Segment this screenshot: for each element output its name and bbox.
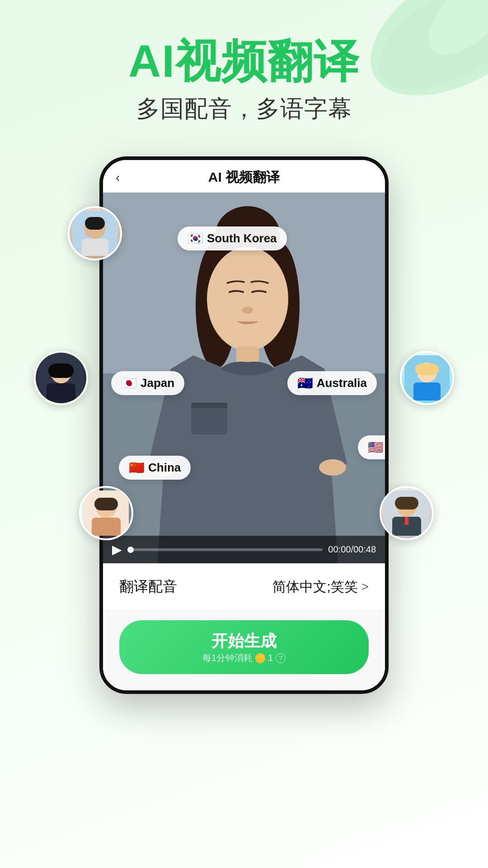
avatar-america: [380, 486, 434, 540]
chevron-icon: >: [361, 580, 369, 594]
coin-number: 1: [268, 653, 273, 663]
bottom-panel: 翻译配音 简体中文;笑笑 >: [103, 563, 385, 609]
label-south-korea: 🇰🇷 South Korea: [178, 226, 287, 250]
svg-rect-9: [47, 383, 75, 401]
phone-topbar: ‹ AI 视频翻译: [103, 160, 385, 193]
progress-bar[interactable]: [127, 548, 323, 551]
svg-point-37: [319, 459, 346, 476]
america-flag: 🇺🇸: [368, 440, 384, 455]
video-controls: ▶ 00:00/00:48: [103, 536, 385, 563]
translation-value-text: 简体中文;笑笑: [272, 578, 357, 596]
translation-row[interactable]: 翻译配音 简体中文;笑笑 >: [119, 577, 369, 597]
translation-value[interactable]: 简体中文;笑笑 >: [272, 578, 369, 596]
start-button-subtitle: 每1分钟消耗 🪙 1 ?: [119, 652, 369, 664]
phone-screen-title: AI 视频翻译: [208, 168, 280, 187]
svg-point-32: [242, 307, 253, 314]
japan-text: Japan: [141, 376, 174, 390]
australia-text: Australia: [317, 376, 367, 390]
label-japan: 🇯🇵 Japan: [111, 371, 184, 395]
avatar-japan: [34, 351, 88, 405]
video-area: 🇰🇷 South Korea 🇯🇵 Japan 🇦🇺 Australia 🇨🇳 …: [103, 193, 385, 563]
start-button-area: 开始生成 每1分钟消耗 🪙 1 ?: [103, 609, 385, 690]
start-button-text: 开始生成: [119, 633, 369, 649]
phone-shell: ‹ AI 视频翻译: [99, 156, 389, 694]
svg-rect-13: [92, 518, 121, 536]
australia-flag: 🇦🇺: [297, 376, 313, 391]
svg-rect-34: [191, 405, 227, 434]
avatar-china: [79, 486, 133, 540]
start-generate-button[interactable]: 开始生成 每1分钟消耗 🪙 1 ?: [119, 620, 369, 674]
bg-leaf-decoration: [325, 0, 488, 163]
label-australia: 🇦🇺 Australia: [287, 371, 377, 395]
phone-wrapper: ‹ AI 视频翻译: [68, 156, 420, 694]
svg-rect-14: [94, 498, 118, 510]
japan-flag: 🇯🇵: [121, 376, 137, 391]
progress-dot: [127, 547, 134, 553]
china-flag: 🇨🇳: [129, 460, 145, 475]
avatar-south-korea: [68, 206, 122, 260]
cost-label: 每1分钟消耗: [202, 652, 253, 664]
svg-rect-5: [81, 239, 108, 256]
translation-label: 翻译配音: [119, 577, 177, 597]
svg-rect-17: [413, 382, 441, 401]
info-icon[interactable]: ?: [276, 653, 286, 663]
south-korea-flag: 🇰🇷: [188, 231, 203, 246]
back-button[interactable]: ‹: [116, 170, 120, 185]
phone-inner: ‹ AI 视频翻译: [103, 160, 385, 690]
svg-rect-35: [191, 403, 227, 408]
avatar-australia: [400, 351, 454, 405]
svg-rect-22: [395, 497, 418, 509]
label-america: 🇺🇸 America: [358, 435, 385, 459]
china-text: China: [148, 461, 181, 475]
svg-rect-18: [415, 363, 439, 375]
svg-rect-24: [405, 517, 408, 525]
label-china: 🇨🇳 China: [119, 456, 191, 480]
time-display: 00:00/00:48: [328, 544, 376, 555]
svg-point-31: [207, 247, 288, 351]
south-korea-text: South Korea: [207, 231, 277, 245]
svg-rect-6: [85, 217, 105, 230]
play-button[interactable]: ▶: [112, 542, 122, 557]
coin-icon: 🪙: [255, 653, 265, 663]
svg-rect-10: [48, 363, 74, 378]
